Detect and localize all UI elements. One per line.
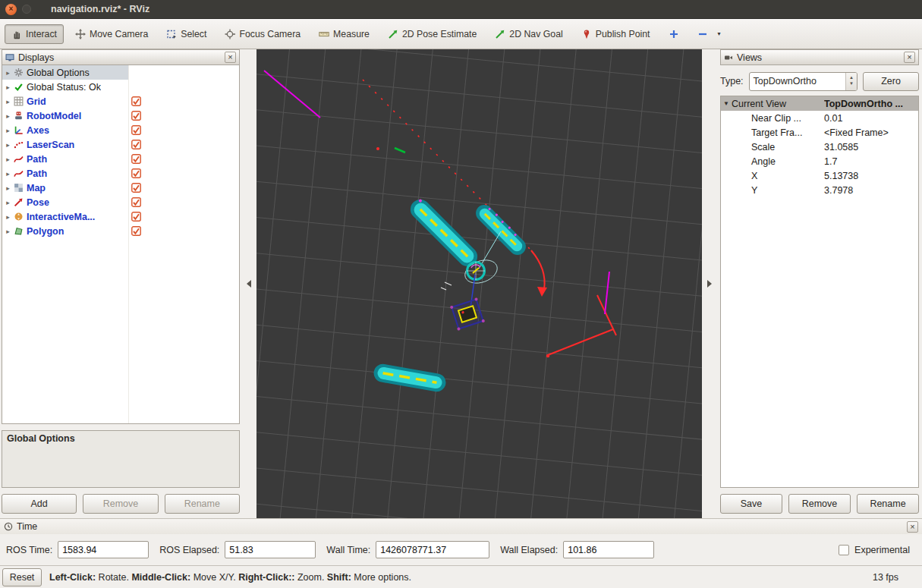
view-type-value: TopDownOrtho <box>750 76 845 86</box>
tool-move-camera[interactable]: Move Camera <box>68 24 155 44</box>
views-panel: Views × Type: TopDownOrtho ▲▼ Zero ▼ Cur… <box>717 49 922 518</box>
tool-publish-point[interactable]: Publish Point <box>574 24 657 44</box>
tool-measure[interactable]: Measure <box>312 24 376 44</box>
view-property-y[interactable]: Y3.7978 <box>721 183 918 197</box>
time-field-wall-elapsed: Wall Elapsed: <box>500 541 654 558</box>
expander-icon[interactable]: ▸ <box>2 184 14 192</box>
collapse-right-icon[interactable] <box>707 280 712 288</box>
experimental-checkbox-row: Experimental <box>839 545 910 555</box>
rename-display-button[interactable]: Rename <box>165 494 240 514</box>
window-close-button[interactable]: × <box>5 4 17 15</box>
expander-icon[interactable]: ▸ <box>2 170 14 178</box>
tool-2d-pose-estimate[interactable]: 2D Pose Estimate <box>381 24 483 44</box>
time-panel-header[interactable]: Time × <box>0 519 922 534</box>
3d-scene-canvas[interactable] <box>256 49 702 518</box>
wall-elapsed-input[interactable] <box>563 541 654 558</box>
ros-time-input[interactable] <box>58 541 149 558</box>
save-view-button[interactable]: Save <box>720 494 782 514</box>
add-display-button[interactable]: Add <box>2 494 77 514</box>
display-enabled-checkbox[interactable] <box>131 197 141 207</box>
expander-icon[interactable]: ▸ <box>2 69 14 77</box>
display-enabled-checkbox[interactable] <box>131 140 141 149</box>
wall-time-input[interactable] <box>376 541 489 558</box>
display-item-polygon[interactable]: ▸ Polygon <box>2 224 239 238</box>
expander-icon[interactable]: ▸ <box>2 228 14 235</box>
current-view-row[interactable]: ▼ Current View TopDownOrtho ... <box>721 96 918 111</box>
display-item-global-options[interactable]: ▸ Global Options <box>2 65 239 80</box>
time-close-icon[interactable]: × <box>907 521 918 533</box>
display-item-laserscan[interactable]: ▸ LaserScan <box>2 137 239 152</box>
pose-arrow-icon <box>14 197 24 207</box>
pose-estimate-arrow-icon <box>388 29 398 39</box>
remove-display-button[interactable]: Remove <box>83 494 158 514</box>
toolbar-tools: InteractMove CameraSelectFocus CameraMea… <box>0 19 922 49</box>
ros-elapsed-input[interactable] <box>225 541 316 558</box>
displays-panel-header[interactable]: Displays × <box>2 49 240 65</box>
reset-button[interactable]: Reset <box>2 568 42 586</box>
display-item-path[interactable]: ▸ Path <box>2 166 239 181</box>
expander-icon[interactable]: ▸ <box>2 213 14 221</box>
display-item-path[interactable]: ▸ Path <box>2 152 239 166</box>
displays-panel: Displays × ▸ Global Options ▸ Global Sta… <box>0 49 241 518</box>
expander-icon[interactable]: ▸ <box>2 199 14 206</box>
display-item-grid[interactable]: ▸ Grid <box>2 94 239 108</box>
remove-view-button[interactable]: Remove <box>788 494 851 514</box>
left-splitter[interactable] <box>241 49 256 518</box>
right-splitter[interactable] <box>702 49 717 518</box>
collapse-icon[interactable]: ▼ <box>721 100 732 107</box>
expander-icon[interactable]: ▸ <box>2 156 14 163</box>
view-property-target-fra[interactable]: Target Fra...<Fixed Frame> <box>721 125 918 140</box>
view-type-combo[interactable]: TopDownOrtho ▲▼ <box>749 72 857 91</box>
display-item-global-status-ok[interactable]: ▸ Global Status: Ok <box>2 80 239 94</box>
display-enabled-checkbox[interactable] <box>131 212 141 222</box>
display-item-robotmodel[interactable]: ▸ RobotModel <box>2 108 239 123</box>
tool-add-tool-plus-icon[interactable] <box>662 24 686 44</box>
display-enabled-checkbox[interactable] <box>131 168 141 178</box>
views-close-icon[interactable]: × <box>904 52 915 63</box>
expander-icon[interactable]: ▸ <box>2 83 14 91</box>
tool-overflow-caret-icon[interactable]: ▾ <box>718 30 721 37</box>
tool-select[interactable]: Select <box>159 24 213 44</box>
tool-remove-tool-minus-icon[interactable] <box>691 24 715 44</box>
displays-close-icon[interactable]: × <box>225 52 236 63</box>
select-box-icon <box>166 29 177 39</box>
expander-icon[interactable]: ▸ <box>2 127 14 134</box>
description-title: Global Options <box>2 431 239 446</box>
views-panel-header[interactable]: Views × <box>720 49 919 65</box>
time-panel: Time × ROS Time:ROS Elapsed:Wall Time:Wa… <box>0 518 922 565</box>
display-item-pose[interactable]: ▸ Pose <box>2 195 239 209</box>
display-enabled-checkbox[interactable] <box>131 226 141 236</box>
display-item-interactivema[interactable]: ▸ InteractiveMa... <box>2 209 239 224</box>
collapse-left-icon[interactable] <box>247 280 251 288</box>
time-fields: ROS Time:ROS Elapsed:Wall Time:Wall Elap… <box>0 534 922 565</box>
display-enabled-checkbox[interactable] <box>131 154 141 164</box>
display-item-map[interactable]: ▸ Map <box>2 181 239 195</box>
view-property-x[interactable]: X5.13738 <box>721 168 918 183</box>
options-gear-icon <box>14 68 24 77</box>
time-field-ros-time: ROS Time: <box>6 541 149 558</box>
experimental-checkbox[interactable] <box>839 545 849 555</box>
window-minimize-button[interactable] <box>22 5 31 14</box>
expander-icon[interactable]: ▸ <box>2 141 14 149</box>
expander-icon[interactable]: ▸ <box>2 98 14 105</box>
tool-interact[interactable]: Interact <box>5 24 64 44</box>
tool-focus-camera[interactable]: Focus Camera <box>218 24 307 44</box>
view-property-angle[interactable]: Angle1.7 <box>721 154 918 168</box>
remove-tool-minus-icon <box>697 29 708 39</box>
views-tree: ▼ Current View TopDownOrtho ... Near Cli… <box>720 96 919 488</box>
display-enabled-checkbox[interactable] <box>131 183 141 193</box>
main-area: Displays × ▸ Global Options ▸ Global Sta… <box>0 49 922 518</box>
zero-button[interactable]: Zero <box>863 72 919 91</box>
spinner-arrows-icon[interactable]: ▲▼ <box>845 73 857 90</box>
rename-view-button[interactable]: Rename <box>857 494 919 514</box>
titlebar[interactable]: × navigation.rviz* - RViz <box>0 0 922 19</box>
tool-2d-nav-goal[interactable]: 2D Nav Goal <box>488 24 569 44</box>
view-property-scale[interactable]: Scale31.0585 <box>721 140 918 154</box>
expander-icon[interactable]: ▸ <box>2 112 14 120</box>
display-enabled-checkbox[interactable] <box>131 125 141 135</box>
render-viewport[interactable] <box>256 49 702 518</box>
display-enabled-checkbox[interactable] <box>131 111 141 121</box>
display-enabled-checkbox[interactable] <box>131 96 141 106</box>
display-item-axes[interactable]: ▸ Axes <box>2 123 239 137</box>
view-property-near-clip[interactable]: Near Clip ...0.01 <box>721 111 918 125</box>
